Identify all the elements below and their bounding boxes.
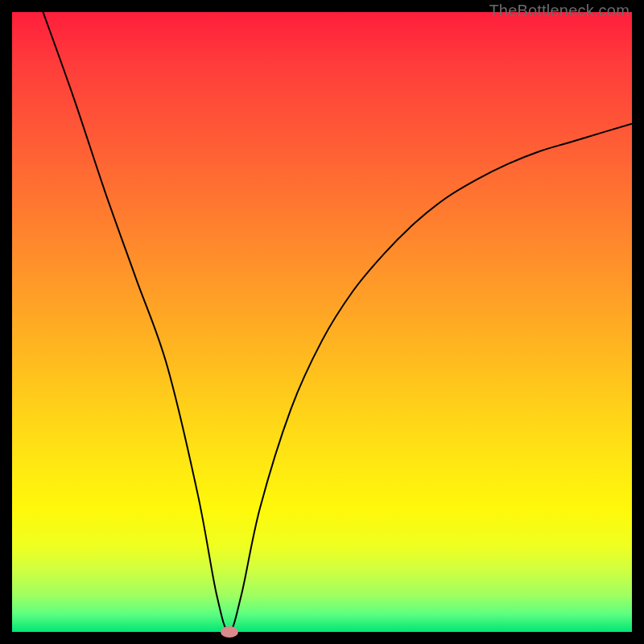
curve-path (43, 12, 633, 632)
plot-area (12, 12, 632, 632)
watermark-text: TheBottleneck.com (489, 2, 630, 20)
chart-frame: TheBottleneck.com (0, 0, 644, 644)
bottleneck-curve (12, 12, 632, 632)
optimal-marker (221, 626, 238, 638)
